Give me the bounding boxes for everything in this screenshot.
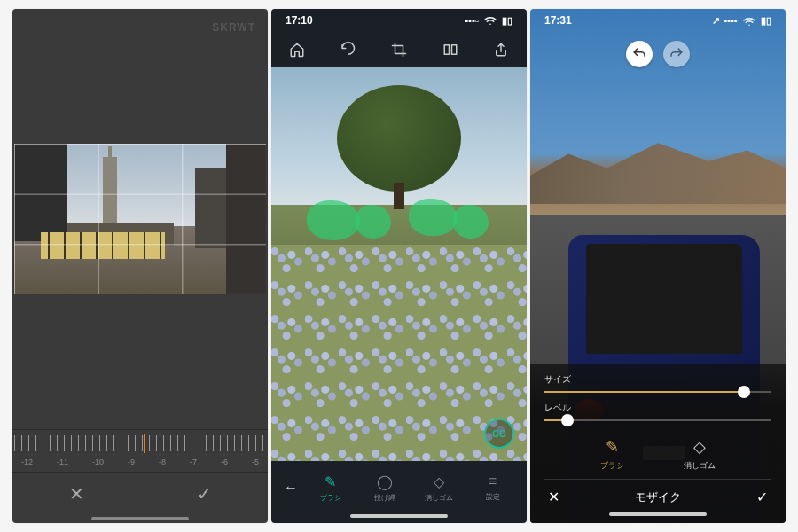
ruler-labels: -12-11 -10-9 -8-7 -6-5	[21, 458, 259, 466]
brush-icon: ✎	[606, 437, 619, 457]
status-bar: 17:31 ↗ ▪▪▪▪ ▮▯	[530, 9, 786, 32]
tool-brush[interactable]: ✎ ブラシ	[600, 437, 624, 472]
slider-level[interactable]: レベル	[544, 402, 771, 421]
controls-panel: サイズ レベル ✎ ブラシ ◇ 消しゴム ✕ モザイク ✓	[530, 364, 786, 523]
status-time: 17:31	[544, 14, 572, 27]
selection-mask[interactable]	[356, 205, 391, 239]
eraser-icon: ◇	[434, 473, 444, 490]
crop-icon[interactable]	[388, 39, 410, 60]
app-retouch: 17:10 ▪▪▪▫ ▮▯ GO ←	[271, 9, 527, 523]
home-indicator[interactable]	[271, 514, 527, 523]
lasso-icon: ◯	[377, 473, 393, 490]
home-indicator[interactable]	[12, 514, 268, 523]
app-skrwt: SKRWT -12-11 -10-9 -8-7 -6-5 ✕ ✓	[12, 9, 268, 523]
wifi-icon	[741, 12, 757, 28]
settings-icon: ≡	[489, 473, 497, 489]
confirm-button[interactable]: ✓	[140, 473, 268, 514]
back-button[interactable]: ←	[280, 480, 301, 496]
slider-size[interactable]: サイズ	[544, 373, 771, 393]
battery-icon: ▮▯	[761, 15, 771, 27]
signal-icon: ▪▪▪▪	[724, 15, 738, 26]
tool-eraser[interactable]: ◇ 消しゴム	[684, 437, 716, 472]
panel-title: モザイク	[635, 489, 681, 505]
svg-rect-1	[451, 45, 456, 55]
watermark: SKRWT	[212, 21, 255, 34]
top-toolbar	[271, 32, 527, 67]
cancel-button[interactable]: ✕	[548, 489, 559, 505]
selection-mask[interactable]	[307, 200, 360, 240]
wifi-icon	[482, 12, 498, 29]
redo-button[interactable]	[663, 41, 690, 67]
selection-mask[interactable]	[453, 205, 489, 239]
share-icon[interactable]	[490, 39, 512, 60]
photo-preview	[14, 144, 266, 294]
brush-icon: ✎	[325, 473, 336, 490]
signal-icon: ▪▪▪▫	[465, 15, 479, 26]
eraser-icon: ◇	[693, 437, 706, 457]
go-button[interactable]: GO	[484, 419, 514, 449]
status-bar: 17:10 ▪▪▪▫ ▮▯	[271, 9, 527, 32]
ruler-marker[interactable]	[144, 434, 145, 453]
tool-brush[interactable]: ✎ ブラシ	[305, 473, 356, 503]
edit-canvas[interactable]: GO	[271, 67, 527, 461]
tool-settings[interactable]: ≡ 設定	[467, 473, 518, 502]
adjustment-ruler[interactable]: -12-11 -10-9 -8-7 -6-5	[12, 429, 268, 472]
battery-icon: ▮▯	[502, 15, 512, 27]
cancel-button[interactable]: ✕	[12, 473, 140, 514]
confirm-button[interactable]: ✓	[756, 489, 768, 505]
bottom-toolbar: ← ✎ ブラシ ◯ 投げ縄 ◇ 消しゴム ≡ 設定	[271, 461, 527, 514]
tool-lasso[interactable]: ◯ 投げ縄	[359, 473, 410, 503]
status-time: 17:10	[286, 14, 313, 27]
svg-rect-0	[444, 45, 449, 55]
home-indicator[interactable]	[544, 512, 771, 523]
app-mosaic: 17:31 ↗ ▪▪▪▪ ▮▯ サイズ レベル	[530, 9, 786, 523]
selection-mask[interactable]	[409, 199, 458, 236]
undo-button[interactable]	[626, 41, 653, 67]
location-icon: ↗	[712, 15, 720, 27]
home-icon[interactable]	[286, 39, 308, 60]
tool-eraser[interactable]: ◇ 消しゴム	[413, 473, 464, 503]
edit-canvas[interactable]	[12, 9, 268, 429]
undo-icon[interactable]	[337, 39, 358, 60]
compare-icon[interactable]	[440, 39, 461, 60]
